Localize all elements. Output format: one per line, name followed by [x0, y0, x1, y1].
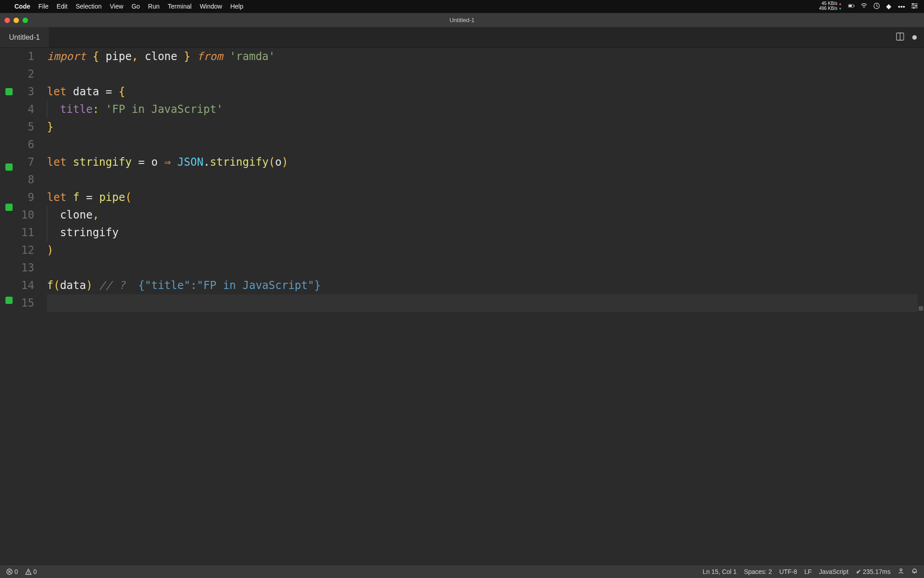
traffic-lights: [5, 18, 28, 23]
status-eol[interactable]: LF: [804, 568, 812, 575]
code-line[interactable]: clone,: [47, 206, 924, 224]
code-line[interactable]: [47, 136, 924, 154]
code-line[interactable]: title: 'FP in JavaScript': [47, 101, 924, 118]
svg-rect-2: [854, 5, 855, 6]
status-bar: 0 0 Ln 15, Col 1 Spaces: 2 UTF-8 LF Java…: [0, 564, 924, 578]
svg-point-6: [912, 3, 914, 5]
status-quokka[interactable]: ✔ 235.17ms: [856, 568, 891, 575]
macos-menubar: Code File Edit Selection View Go Run Ter…: [0, 0, 924, 13]
svg-rect-1: [849, 5, 852, 6]
svg-point-20: [914, 573, 915, 574]
split-editor-icon[interactable]: [896, 33, 904, 42]
status-language[interactable]: JavaScript: [819, 568, 848, 575]
code-editor[interactable]: 123456789101112131415 import { pipe, clo…: [0, 48, 924, 564]
menubar-app-icon[interactable]: ◆: [886, 2, 892, 10]
tab-untitled[interactable]: Untitled-1: [0, 27, 49, 47]
code-line[interactable]: [47, 65, 924, 83]
menu-window[interactable]: Window: [200, 3, 222, 10]
control-center-icon[interactable]: [911, 3, 918, 10]
zoom-window-button[interactable]: [23, 18, 28, 23]
code-line[interactable]: f(data) // ? {"title":"FP in JavaScript"…: [47, 277, 924, 294]
status-indent[interactable]: Spaces: 2: [744, 568, 772, 575]
status-feedback-icon[interactable]: [898, 568, 904, 575]
svg-point-8: [915, 5, 917, 7]
code-line[interactable]: let stringify = o ⇒ JSON.stringify(o): [47, 154, 924, 171]
window-title: Untitled-1: [449, 17, 475, 23]
svg-point-3: [864, 7, 864, 8]
code-line[interactable]: [47, 171, 924, 189]
status-warnings[interactable]: 0: [25, 568, 37, 575]
menu-view[interactable]: View: [110, 3, 123, 10]
overflow-icon[interactable]: •••: [898, 3, 905, 10]
code-line[interactable]: ): [47, 242, 924, 259]
menu-go[interactable]: Go: [131, 3, 140, 10]
network-monitor[interactable]: 45 KB/s 496 KB/s: [819, 1, 842, 11]
editor-tabbar: Untitled-1: [0, 27, 924, 48]
code-line[interactable]: stringify: [47, 224, 924, 242]
svg-point-18: [900, 569, 902, 571]
overview-ruler[interactable]: [918, 48, 924, 564]
tab-label: Untitled-1: [9, 33, 40, 42]
clock-icon[interactable]: [873, 3, 880, 10]
svg-point-10: [913, 7, 915, 9]
app-menu[interactable]: Code: [14, 3, 30, 10]
menu-file[interactable]: File: [38, 3, 49, 10]
svg-point-17: [28, 573, 29, 574]
code-line[interactable]: [47, 259, 924, 277]
menu-terminal[interactable]: Terminal: [168, 3, 192, 10]
wifi-icon[interactable]: [861, 3, 867, 10]
status-errors[interactable]: 0: [6, 568, 18, 575]
unsaved-indicator-icon[interactable]: [912, 35, 917, 40]
menu-edit[interactable]: Edit: [57, 3, 68, 10]
code-line[interactable]: let f = pipe(: [47, 189, 924, 206]
minimize-window-button[interactable]: [14, 18, 19, 23]
code-line[interactable]: [47, 294, 924, 312]
menu-selection[interactable]: Selection: [76, 3, 102, 10]
window-titlebar: Untitled-1: [0, 13, 924, 27]
menu-help[interactable]: Help: [230, 3, 243, 10]
status-encoding[interactable]: UTF-8: [779, 568, 797, 575]
check-icon: ✔: [856, 568, 861, 575]
code-line[interactable]: let data = {: [47, 83, 924, 101]
menu-run[interactable]: Run: [148, 3, 160, 10]
status-cursor[interactable]: Ln 15, Col 1: [702, 568, 737, 575]
code-line[interactable]: import { pipe, clone } from 'ramda': [47, 48, 924, 65]
status-bell-icon[interactable]: [911, 568, 918, 575]
close-window-button[interactable]: [5, 18, 10, 23]
code-line[interactable]: }: [47, 118, 924, 136]
battery-icon[interactable]: [848, 3, 855, 10]
